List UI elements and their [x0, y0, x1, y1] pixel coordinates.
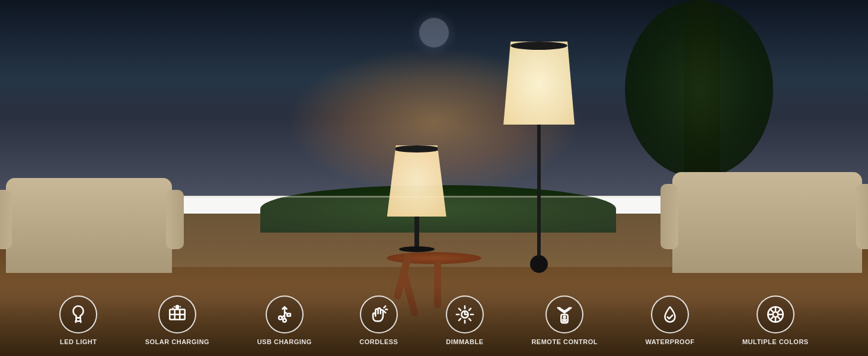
feature-label-usb-charging: USB CHARGING [257, 338, 312, 345]
svg-line-10 [180, 306, 180, 307]
plug-icon [68, 304, 88, 325]
feature-circle-cordless [360, 295, 398, 333]
feature-dimmable: DIMMABLE [446, 295, 484, 345]
svg-point-7 [176, 306, 178, 308]
svg-point-31 [564, 316, 566, 318]
feature-led-light: LED LIGHT [59, 295, 97, 345]
feature-circle-solar-charging [158, 295, 196, 333]
solar-panel-icon [167, 304, 187, 325]
svg-line-42 [777, 309, 781, 313]
table-lamp-shade [387, 145, 446, 217]
feature-label-led-light: LED LIGHT [60, 338, 97, 345]
table-lamp-base [399, 246, 435, 252]
feature-circle-dimmable [446, 295, 484, 333]
svg-line-43 [770, 317, 774, 320]
table-lamp [387, 145, 446, 252]
svg-line-29 [459, 319, 461, 320]
tree-foliage [625, 0, 773, 178]
brightness-icon [455, 304, 475, 325]
water-drop-icon [660, 304, 680, 325]
floor-lamp-stem [537, 125, 541, 255]
feature-usb-charging: USB CHARGING [257, 295, 312, 345]
svg-rect-14 [287, 314, 291, 316]
feature-label-dimmable: DIMMABLE [446, 338, 483, 345]
feature-label-multiple-colors: MULTIPLE COLORS [742, 338, 809, 345]
feature-remote-control: REMOTE CONTROL [531, 295, 598, 345]
svg-rect-0 [76, 318, 81, 322]
floor-lamp-base [530, 255, 548, 273]
svg-line-26 [459, 309, 461, 310]
feature-circle-led-light [59, 295, 97, 333]
usb-icon [275, 304, 295, 325]
svg-line-11 [172, 308, 173, 309]
feature-multiple-colors: MULTIPLE COLORS [742, 295, 809, 345]
feature-circle-usb-charging [266, 295, 304, 333]
svg-point-16 [279, 316, 282, 320]
svg-line-28 [469, 309, 471, 310]
floor-lamp [503, 42, 575, 273]
feature-label-remote-control: REMOTE CONTROL [531, 338, 598, 345]
feature-circle-multiple-colors [757, 295, 794, 333]
svg-line-41 [777, 317, 781, 320]
feature-label-solar-charging: SOLAR CHARGING [145, 338, 209, 345]
features-bar: LED LIGHT SOLAR CHARGING [0, 285, 868, 356]
svg-line-20 [384, 311, 385, 313]
svg-line-18 [384, 306, 385, 308]
table-lamp-stem [414, 217, 419, 246]
svg-line-27 [469, 319, 471, 320]
feature-label-waterproof: WATERPROOF [645, 338, 694, 345]
remote-icon [554, 304, 575, 325]
feature-circle-waterproof [651, 295, 689, 333]
feature-cordless: CORDLESS [359, 295, 398, 345]
svg-point-17 [283, 319, 286, 322]
palette-icon [765, 304, 786, 325]
sofa-right [672, 172, 862, 273]
feature-label-cordless: CORDLESS [359, 338, 398, 345]
floor-lamp-shade [503, 42, 575, 125]
hand-icon [369, 304, 389, 325]
svg-line-40 [770, 309, 774, 313]
feature-solar-charging: SOLAR CHARGING [145, 295, 209, 345]
sofa-left [6, 178, 172, 273]
feature-circle-remote-control [545, 295, 583, 333]
svg-line-9 [174, 306, 174, 307]
moon [419, 18, 449, 47]
feature-waterproof: WATERPROOF [645, 295, 694, 345]
